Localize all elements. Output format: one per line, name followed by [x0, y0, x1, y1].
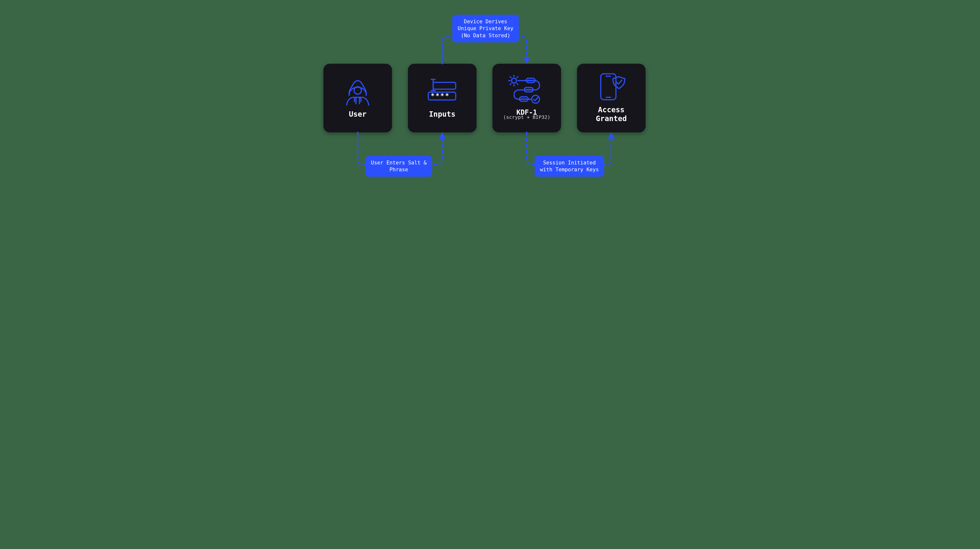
svg-marker-22 — [608, 132, 615, 139]
label-bottom-right: Session Initiated with Temporary Keys — [535, 156, 604, 177]
diagram-stage: User **** Inputs — [306, 0, 674, 206]
connector-bottom-right — [306, 0, 674, 206]
